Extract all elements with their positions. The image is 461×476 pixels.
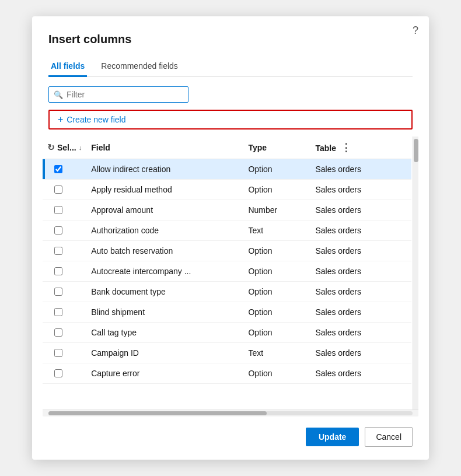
checkbox-cell bbox=[43, 220, 86, 241]
table-cell: Sales orders bbox=[310, 343, 411, 363]
field-cell: Authorization code bbox=[86, 220, 243, 241]
tab-recommended-fields[interactable]: Recommended fields bbox=[99, 57, 180, 77]
table-cell: Sales orders bbox=[310, 261, 411, 282]
checkbox-cell bbox=[43, 302, 86, 323]
help-icon[interactable]: ? bbox=[413, 24, 418, 37]
filter-input-wrap[interactable]: 🔍 bbox=[48, 86, 188, 103]
table-row: Allow indirect creation Option Sales ord… bbox=[43, 159, 411, 180]
column-menu-icon[interactable]: ⋮ bbox=[338, 142, 354, 153]
table-container: ↻ Sel... ↓ Field Type Table ⋮ bbox=[43, 136, 418, 416]
refresh-icon[interactable]: ↻ bbox=[47, 142, 55, 153]
scrollbar-track[interactable] bbox=[48, 411, 413, 415]
table-row: Autocreate intercompany ... Option Sales… bbox=[43, 261, 411, 282]
row-checkbox[interactable] bbox=[54, 308, 62, 316]
dialog-header: Insert columns All fields Recommended fi… bbox=[32, 16, 429, 86]
table-cell: Sales orders bbox=[310, 282, 411, 302]
checkbox-cell bbox=[43, 200, 86, 220]
table-row: Authorization code Text Sales orders bbox=[43, 220, 411, 241]
field-cell: Campaign ID bbox=[86, 343, 243, 363]
table-header-row: ↻ Sel... ↓ Field Type Table ⋮ bbox=[43, 136, 411, 159]
checkbox-cell bbox=[43, 261, 86, 282]
table-cell: Sales orders bbox=[310, 220, 411, 241]
row-checkbox[interactable] bbox=[54, 206, 62, 214]
type-cell: Option bbox=[243, 282, 310, 302]
scrollbar-thumb bbox=[414, 139, 418, 162]
vertical-scrollbar[interactable] bbox=[413, 136, 418, 410]
checkbox-cell bbox=[43, 180, 86, 200]
field-cell: Autocreate intercompany ... bbox=[86, 261, 243, 282]
create-new-field-label: Create new field bbox=[67, 115, 125, 124]
row-checkbox[interactable] bbox=[54, 267, 62, 275]
table-row: Auto batch reservation Option Sales orde… bbox=[43, 241, 411, 261]
checkbox-cell bbox=[43, 323, 86, 343]
checkbox-cell bbox=[43, 282, 86, 302]
row-checkbox[interactable] bbox=[54, 186, 62, 194]
type-cell: Option bbox=[243, 241, 310, 261]
table-row: Call tag type Option Sales orders bbox=[43, 323, 411, 343]
field-cell: Call tag type bbox=[86, 323, 243, 343]
insert-columns-dialog: ? Insert columns All fields Recommended … bbox=[32, 16, 429, 460]
table-body: Allow indirect creation Option Sales ord… bbox=[43, 159, 411, 384]
field-cell: Capture error bbox=[86, 363, 243, 384]
col-header-sel: ↻ Sel... ↓ bbox=[43, 136, 86, 159]
dialog-footer: Update Cancel bbox=[32, 416, 429, 460]
tab-all-fields[interactable]: All fields bbox=[48, 57, 87, 77]
table-row: Capture error Option Sales orders bbox=[43, 363, 411, 384]
table-cell: Sales orders bbox=[310, 159, 411, 180]
col-header-table: Table ⋮ bbox=[310, 136, 411, 159]
sort-icon[interactable]: ↓ bbox=[79, 144, 82, 151]
type-cell: Number bbox=[243, 200, 310, 220]
type-cell: Option bbox=[243, 180, 310, 200]
row-checkbox[interactable] bbox=[54, 226, 62, 235]
row-checkbox[interactable] bbox=[54, 165, 62, 173]
col-header-type: Type bbox=[243, 136, 310, 159]
table-cell: Sales orders bbox=[310, 363, 411, 384]
dialog-title: Insert columns bbox=[48, 33, 413, 46]
table-row: Apply residual method Option Sales order… bbox=[43, 180, 411, 200]
type-cell: Option bbox=[243, 363, 310, 384]
create-new-field-button[interactable]: + Create new field bbox=[48, 110, 413, 130]
table-cell: Sales orders bbox=[310, 323, 411, 343]
checkbox-cell bbox=[43, 241, 86, 261]
type-cell: Option bbox=[243, 159, 310, 180]
col-sel-label: Sel... bbox=[57, 143, 76, 152]
field-cell: Blind shipment bbox=[86, 302, 243, 323]
search-icon: 🔍 bbox=[54, 90, 63, 99]
table-row: Campaign ID Text Sales orders bbox=[43, 343, 411, 363]
type-cell: Text bbox=[243, 220, 310, 241]
table-row: Bank document type Option Sales orders bbox=[43, 282, 411, 302]
field-cell: Auto batch reservation bbox=[86, 241, 243, 261]
checkbox-cell bbox=[43, 343, 86, 363]
type-cell: Option bbox=[243, 261, 310, 282]
row-checkbox[interactable] bbox=[54, 328, 62, 337]
filter-input[interactable] bbox=[67, 90, 183, 99]
row-checkbox[interactable] bbox=[54, 247, 62, 255]
type-cell: Option bbox=[243, 323, 310, 343]
table-row: Approval amount Number Sales orders bbox=[43, 200, 411, 220]
row-checkbox[interactable] bbox=[54, 349, 62, 357]
fields-table: ↻ Sel... ↓ Field Type Table ⋮ bbox=[43, 136, 411, 384]
checkbox-cell bbox=[43, 363, 86, 384]
field-cell: Approval amount bbox=[86, 200, 243, 220]
filter-row: 🔍 bbox=[32, 86, 429, 103]
cancel-button[interactable]: Cancel bbox=[365, 427, 413, 447]
table-cell: Sales orders bbox=[310, 180, 411, 200]
field-cell: Allow indirect creation bbox=[86, 159, 243, 180]
type-cell: Option bbox=[243, 302, 310, 323]
table-cell: Sales orders bbox=[310, 200, 411, 220]
checkbox-cell bbox=[43, 159, 86, 180]
table-row: Blind shipment Option Sales orders bbox=[43, 302, 411, 323]
horizontal-scrollbar-row bbox=[43, 410, 418, 416]
update-button[interactable]: Update bbox=[306, 428, 359, 446]
table-cell: Sales orders bbox=[310, 302, 411, 323]
plus-icon: + bbox=[58, 114, 63, 125]
table-scroll-wrap[interactable]: ↻ Sel... ↓ Field Type Table ⋮ bbox=[43, 136, 418, 384]
row-checkbox[interactable] bbox=[54, 288, 62, 296]
tabs: All fields Recommended fields bbox=[48, 57, 413, 77]
col-header-field: Field bbox=[86, 136, 243, 159]
h-scrollbar-thumb bbox=[48, 411, 267, 415]
table-cell: Sales orders bbox=[310, 241, 411, 261]
field-cell: Bank document type bbox=[86, 282, 243, 302]
row-checkbox[interactable] bbox=[54, 369, 62, 377]
type-cell: Text bbox=[243, 343, 310, 363]
